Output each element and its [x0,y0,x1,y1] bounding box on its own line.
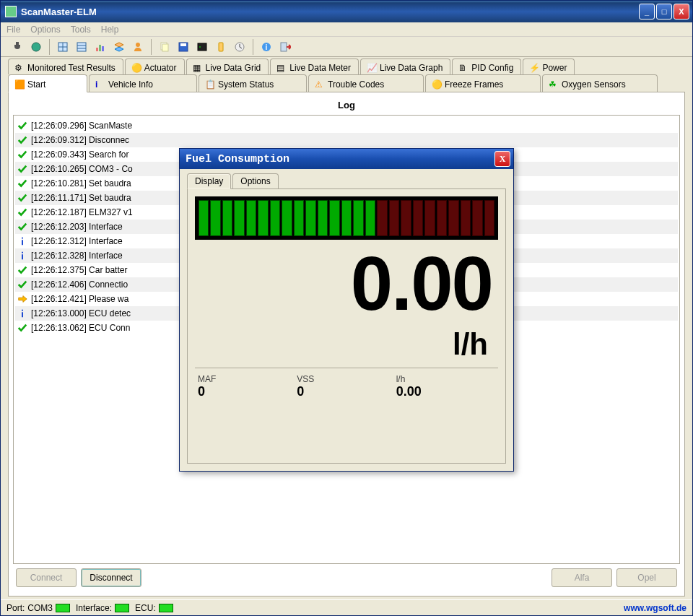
menu-options[interactable]: Options [30,25,60,35]
log-text: [12:26:09.343] Search for [31,149,128,160]
lh-label: l/h [396,374,495,384]
gauge-bar [234,200,244,236]
svg-text:i: i [266,43,268,51]
toolbar-save-icon[interactable] [175,39,191,55]
gauge-bar [484,200,494,236]
toolbar-copy-icon[interactable] [157,39,173,55]
tab-live-data-graph[interactable]: 📈Live Data Graph [360,58,450,74]
check-icon [17,149,28,160]
toolbar-terminal-icon[interactable] [194,39,210,55]
log-caption: Log [13,95,680,115]
log-text: [12:26:13.000] ECU detec [31,308,131,318]
svg-rect-17 [22,238,23,239]
status-port: Port: COM3 [6,603,70,613]
fuel-subgrid: MAF 0 VSS 0 l/h 0.00 [195,368,498,399]
tab-trouble-codes[interactable]: ⚠Trouble Codes [308,74,424,92]
svg-rect-18 [22,240,23,245]
gauge-bar [329,200,339,236]
tab-power[interactable]: ⚡Power [523,58,575,74]
toolbar-layers-icon[interactable] [111,39,127,55]
info-icon [17,250,28,261]
gauge-bar [424,200,435,236]
svg-point-6 [136,43,140,47]
toolbar-grid2-icon[interactable] [74,39,90,55]
tab-system-status[interactable]: 📋System Status [199,74,307,92]
tab-pid-config[interactable]: 🗎PID Config [452,58,521,74]
toolbar-plug-icon[interactable] [9,39,25,55]
gauge-bar [270,200,280,236]
status-ecu-label: ECU: [135,603,156,613]
toolbar-globe-icon[interactable] [28,39,44,55]
svg-rect-20 [22,254,23,259]
check-icon [17,163,28,175]
toolbar-user-icon[interactable] [130,39,146,55]
check-icon [17,264,28,276]
toolbar-info-icon[interactable]: i [258,39,274,55]
dialog-tab-display[interactable]: Display [187,173,231,189]
actuator-icon: 🟡 [131,63,141,73]
graph-icon: 📈 [367,63,377,73]
alfa-button[interactable]: Alfa [552,568,612,587]
grid-icon: ▦ [193,63,203,73]
info-icon: i [95,79,105,90]
toolbar-clock-icon[interactable] [232,39,248,55]
disconnect-button[interactable]: Disconnect [81,568,141,587]
svg-rect-8 [162,44,168,51]
warning-icon: ⚠ [315,79,325,90]
opel-button[interactable]: Opel [616,568,677,587]
freeze-icon: 🟡 [432,79,442,90]
status-ecu: ECU: [135,603,173,613]
titlebar: ScanMaster-ELM _ □ X [1,1,692,22]
gauge-bar [448,200,458,236]
dialog-tab-options[interactable]: Options [232,173,278,188]
menu-help[interactable]: Help [101,25,119,35]
check-icon [17,221,28,233]
tab-label: Freeze Frames [445,79,503,90]
toolbar-exit-icon[interactable] [277,39,293,55]
gauge-bar [282,200,292,236]
port-led-icon [56,604,70,612]
log-text: [12:26:09.312] Disconnec [31,135,129,145]
fuel-value: 0.00 [195,246,498,321]
gauge-bar [377,200,387,236]
app-title: ScanMaster-ELM [21,6,639,17]
dialog-close-button[interactable]: X [494,151,510,167]
minimize-button[interactable]: _ [639,4,655,19]
oxygen-icon: ☘ [549,79,559,90]
vendor-link[interactable]: www.wgsoft.de [624,603,687,613]
connect-button[interactable]: Connect [16,568,77,587]
close-button[interactable]: X [674,4,689,19]
toolbar-device-icon[interactable] [213,39,229,55]
tab-actuator[interactable]: 🟡Actuator [125,58,185,74]
tab-freeze-frames[interactable]: 🟡Freeze Frames [425,74,541,92]
tab-vehicle-info[interactable]: iVehicle Info [89,74,197,92]
gauge-bar [210,200,220,236]
dialog-tabs: Display Options [187,173,506,188]
toolbar-grid1-icon[interactable] [55,39,71,55]
tab-live-data-meter[interactable]: ▤Live Data Meter [270,58,359,74]
toolbar-chart-icon[interactable] [92,39,108,55]
svg-rect-21 [22,310,23,311]
log-text: [12:26:12.312] Interface [31,236,123,246]
log-line: [12:26:09.296] ScanMaste [15,118,678,133]
dialog-titlebar: Fuel Consumption X [180,149,513,169]
tab-oxygen-sensors[interactable]: ☘Oxygen Sensors [542,74,658,92]
check-icon [17,120,28,131]
maximize-button[interactable]: □ [656,4,672,19]
tab-start[interactable]: 🟧Start [8,74,87,92]
status-icon: 📋 [205,79,215,90]
tab-live-data-grid[interactable]: ▦Live Data Grid [186,58,269,74]
bottom-button-bar: Connect Disconnect Alfa Opel [13,564,680,590]
fuel-gauge [195,196,498,240]
menu-tools[interactable]: Tools [71,25,91,35]
tab-label: Live Data Grid [206,63,261,73]
menu-file[interactable]: File [6,25,20,35]
log-text: [12:26:10.265] COM3 - Co [31,164,133,174]
tab-monitored-test-results[interactable]: ⚙Monitored Test Results [8,58,123,74]
log-text: [12:26:10.281] Set baudra [31,178,131,188]
check-icon [17,322,28,334]
log-text: [12:26:12.203] Interface [31,222,123,232]
maf-value: 0 [198,384,297,399]
status-interface-label: Interface: [76,603,112,613]
menu-bar: File Options Tools Help [1,22,692,37]
